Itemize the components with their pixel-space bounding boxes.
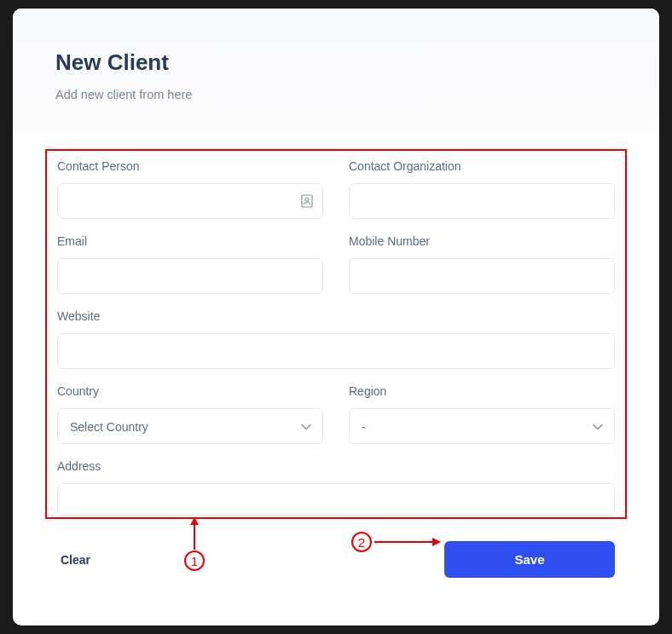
mobile-input[interactable] bbox=[349, 258, 615, 294]
contact-person-label: Contact Person bbox=[57, 159, 323, 173]
address-group: Address bbox=[57, 459, 615, 516]
modal-body: Contact Person Contact Organiz bbox=[13, 134, 659, 625]
region-label: Region bbox=[349, 384, 615, 398]
modal-title: New Client bbox=[55, 49, 617, 76]
country-label: Country bbox=[57, 384, 323, 398]
button-row: Clear Save bbox=[45, 531, 627, 578]
website-group: Website bbox=[57, 309, 615, 369]
country-select[interactable]: Select Country bbox=[57, 408, 323, 444]
contact-org-group: Contact Organization bbox=[349, 159, 615, 219]
contact-person-input[interactable] bbox=[57, 183, 323, 219]
region-select[interactable]: - bbox=[349, 408, 615, 444]
modal-header: New Client Add new client from here bbox=[13, 9, 659, 134]
clear-button[interactable]: Clear bbox=[57, 545, 94, 575]
save-button[interactable]: Save bbox=[444, 541, 615, 578]
email-input[interactable] bbox=[57, 258, 323, 294]
address-label: Address bbox=[57, 459, 615, 473]
address-input[interactable] bbox=[57, 483, 615, 516]
mobile-label: Mobile Number bbox=[349, 234, 615, 248]
region-group: Region - bbox=[349, 384, 615, 444]
contact-person-group: Contact Person bbox=[57, 159, 323, 219]
email-group: Email bbox=[57, 234, 323, 294]
mobile-group: Mobile Number bbox=[349, 234, 615, 294]
modal-subtitle: Add new client from here bbox=[55, 88, 617, 101]
website-input[interactable] bbox=[57, 333, 615, 369]
contact-org-label: Contact Organization bbox=[349, 159, 615, 173]
website-label: Website bbox=[57, 309, 615, 323]
country-group: Country Select Country bbox=[57, 384, 323, 444]
contact-org-input[interactable] bbox=[349, 183, 615, 219]
form-area: Contact Person Contact Organiz bbox=[45, 151, 627, 516]
svg-marker-3 bbox=[190, 517, 199, 525]
email-label: Email bbox=[57, 234, 323, 248]
new-client-modal: New Client Add new client from here Cont… bbox=[13, 9, 659, 625]
